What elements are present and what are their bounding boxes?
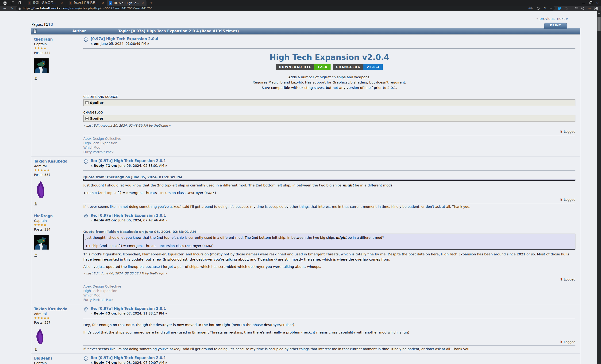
post4-view-profile-icon[interactable] — [34, 348, 80, 351]
download-hte-button[interactable]: DOWNLOAD HTE — [276, 64, 315, 70]
post2-title-link[interactable]: Re: [0.97a] High Tech Expansion 2.0.1 — [91, 159, 167, 163]
post-5: BigBeans Captain ★★★★ Posts: 308 — [31, 353, 580, 364]
post-divider-line — [83, 225, 575, 225]
post-1: theDragn Captain ★★★★ Posts: 334 — [31, 35, 580, 156]
profile-avatar-icon[interactable] — [3, 1, 7, 5]
topic-table: Pages: [1] 2 PRINT Author Topic: [0.97a]… — [31, 22, 580, 364]
post3-quote-box: Just thought I should let you know that … — [83, 234, 575, 249]
tab3-close-icon[interactable]: × — [141, 1, 144, 5]
post3-last-edit: « Last Edit: June 06, 2024, 08:00:58 AM … — [83, 272, 575, 275]
post4-title-link[interactable]: Re: [0.97a] High Tech Expansion 2.0.1 — [91, 307, 167, 311]
post1-view-profile-icon[interactable] — [34, 77, 80, 80]
post4-author-postcount: Posts: 557 — [34, 321, 80, 324]
post2-view-profile-icon[interactable] — [34, 202, 80, 205]
signature-link[interactable]: Apex Design Collective — [83, 284, 575, 289]
print-button[interactable]: PRINT — [544, 23, 567, 29]
post1-title-link[interactable]: [0.97a] High Tech Expansion 2.0.4 — [91, 37, 158, 41]
new-tab-button[interactable]: + — [149, 1, 154, 5]
thedragn-avatar — [34, 58, 80, 73]
page-scrollbar[interactable] — [597, 11, 601, 364]
signature-link[interactable]: Furry Portrait Pack — [83, 150, 575, 154]
spoiler-expand-icon[interactable]: + — [85, 117, 89, 120]
signature-link[interactable]: Furry Portrait Pack — [83, 298, 575, 302]
scroll-up-arrow[interactable] — [598, 12, 600, 14]
extensions-puzzle-icon[interactable] — [564, 7, 568, 10]
post2-body-panel: Re: [0.97a] High Tech Expansion 2.0.1 « … — [81, 156, 580, 211]
copilot-sidebar-icon[interactable] — [594, 7, 598, 10]
browser-tab-2[interactable]: F [0.96] 扩展纪元拓展 High Tech × — [67, 0, 107, 6]
previous-topic-link[interactable]: « previous — [536, 17, 554, 21]
history-icon[interactable] — [581, 7, 584, 10]
post4-signature: If it ever seems like I'm not doing some… — [83, 347, 575, 351]
mod-desc-line1: Adds a number of high-tech ships and wea… — [83, 75, 575, 80]
credits-spoiler[interactable]: + Spoiler — [83, 99, 575, 106]
post3-paragraph-1: This mod's Tigershark, Iconoclast, Flame… — [83, 252, 575, 262]
scrollbar-thumb[interactable] — [598, 17, 601, 31]
translate-icon[interactable]: aあ — [529, 7, 533, 10]
lock-icon[interactable] — [18, 7, 21, 10]
download-size-badge[interactable]: 126K — [314, 64, 331, 70]
author-column-header: Author — [72, 29, 86, 33]
post4-author-link[interactable]: Takion Kasukedo — [34, 307, 80, 311]
restore-button[interactable] — [587, 0, 594, 6]
cat-extension-icon[interactable] — [558, 7, 561, 10]
read-aloud-icon[interactable]: A⁾ — [543, 7, 546, 10]
post1-body-panel: [0.97a] High Tech Expansion 2.0.4 « on: … — [81, 35, 580, 156]
post3-author-link[interactable]: theDragn — [34, 214, 80, 218]
signature-link[interactable]: WhichMod — [83, 145, 575, 150]
more-menu-icon[interactable]: ⋯ — [588, 7, 591, 10]
post2-author-link[interactable]: Takion Kasukedo — [34, 159, 80, 163]
tab1-close-icon[interactable]: × — [60, 1, 63, 5]
post1-author-link[interactable]: theDragn — [34, 37, 80, 41]
post5-author-link[interactable]: BigBeans — [34, 356, 80, 361]
browser-tab-active[interactable]: S [0.97a] High Tech Expansion 2.0.4 × — [107, 0, 147, 6]
post2-logged: Logged — [83, 198, 575, 201]
post4-date: « Reply #3 on: June 07, 2024, 11:33:17 P… — [91, 311, 167, 315]
vertical-tabs-icon[interactable] — [18, 1, 22, 5]
next-topic-link[interactable]: next » — [557, 17, 568, 21]
minimize-button[interactable]: — — [580, 0, 587, 6]
signature-link[interactable]: WhichMod — [83, 293, 575, 298]
post-message-icon — [83, 214, 89, 222]
page-2-link[interactable]: 2 — [51, 22, 53, 27]
close-button[interactable]: × — [594, 0, 601, 6]
browser-tab-1[interactable]: F 搜索 - 远行星号中文论坛 - × — [26, 0, 66, 6]
current-page: [1] — [44, 22, 50, 27]
post3-title-link[interactable]: Re: [0.97a] High Tech Expansion 2.0.1 — [91, 213, 167, 218]
tab1-favicon: F — [28, 1, 31, 5]
tab2-close-icon[interactable]: × — [101, 1, 104, 5]
credits-label: CREDITS AND SOURCE — [83, 95, 575, 98]
post3-view-profile-icon[interactable] — [34, 253, 80, 257]
post-divider-line — [83, 48, 575, 48]
mod-desc-line2: Requires Magiclib and Lazylib. Has suppo… — [83, 80, 575, 85]
rewards-icon[interactable] — [537, 7, 540, 10]
post4-author-stars: ★★★★★ — [34, 316, 80, 320]
quoted-paragraph-1: Just thought I should let you know that … — [85, 235, 573, 240]
favorite-star-icon[interactable]: ☆ — [550, 7, 552, 10]
signature-link[interactable]: High Tech Expansion — [83, 141, 575, 145]
address-bar[interactable]: https://fractalsoftworks.com/forum/index… — [16, 6, 555, 10]
signature-link[interactable]: High Tech Expansion — [83, 289, 575, 293]
url-text[interactable]: https://fractalsoftworks.com/forum/index… — [23, 7, 153, 10]
back-icon[interactable]: ← — [2, 7, 8, 10]
favorites-list-icon[interactable] — [574, 7, 578, 10]
workspaces-icon[interactable] — [10, 1, 15, 5]
toolbar-right-icons: ⋯ — [556, 7, 599, 10]
signature-link[interactable]: Apex Design Collective — [83, 136, 575, 141]
changelog-button[interactable]: CHANGELOG — [333, 64, 363, 70]
forum-page: « previous next » Pages: [1] 2 PRINT Aut… — [0, 11, 597, 364]
post1-date: « on: June 05, 2024, 01:28:49 PM » — [91, 42, 158, 46]
logged-icon — [560, 340, 563, 343]
refresh-icon[interactable]: ↻ — [9, 7, 15, 10]
post1-logged: Logged — [83, 130, 575, 134]
post4-paragraph-1: Hey, fair enough on that note, though th… — [83, 323, 575, 328]
post5-title-link[interactable]: Re: [0.97a] High Tech Expansion 2.0.1 — [91, 356, 167, 360]
version-badge[interactable]: V2.0.4 — [363, 64, 383, 70]
post5-author-panel: BigBeans Captain ★★★★ Posts: 308 — [31, 354, 81, 364]
changelog-spoiler[interactable]: + Spoiler — [83, 115, 575, 122]
post-2: Takion Kasukedo Admiral ★★★★★ Posts: 557 — [31, 156, 580, 211]
post4-logged: Logged — [83, 340, 575, 344]
post3-quote-header[interactable]: Quote from: Takion Kasukedo on June 06, … — [83, 230, 575, 234]
post2-quote-header[interactable]: Quote from: theDragn on June 05, 2024, 0… — [83, 175, 575, 179]
spoiler-expand-icon[interactable]: + — [85, 101, 89, 104]
